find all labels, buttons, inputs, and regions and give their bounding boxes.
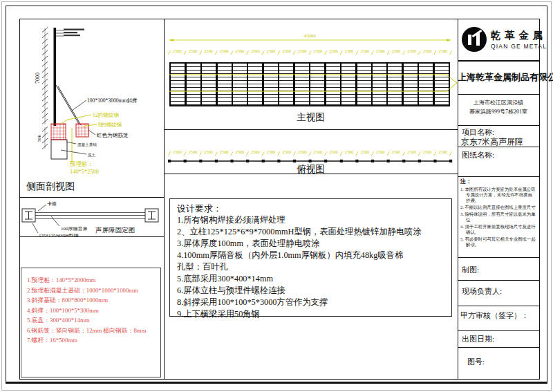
company-name: 上海乾革金属制品有限公司 bbox=[458, 71, 539, 84]
notes-box: 注： 1. 本图所有设计方案皆为乾革金属公司专属设计方案，未经允许不得擅自抄袭。… bbox=[460, 178, 536, 249]
svg-text:2500: 2500 bbox=[439, 149, 447, 154]
tb-line-8 bbox=[458, 306, 539, 306]
design-requirement-item: 8.斜撑采用100*100*5*3000方管作为支撑 bbox=[177, 297, 444, 308]
design-requirement-item: 5.底部采用300*400*14mm bbox=[177, 273, 444, 285]
tb-line-10 bbox=[458, 347, 539, 348]
design-requirements-title: 设计要求： bbox=[177, 203, 444, 214]
svg-text:2500: 2500 bbox=[267, 48, 275, 53]
mainview-divider bbox=[164, 129, 458, 130]
svg-text:2500: 2500 bbox=[329, 149, 337, 154]
maker-label: 制图: bbox=[462, 265, 479, 275]
clamp-label: 卡箍 bbox=[47, 201, 57, 207]
svg-text:2500: 2500 bbox=[392, 48, 400, 53]
svg-text:2500: 2500 bbox=[392, 149, 400, 154]
bay-dims-main: 2500250025002500250025002500250025002500… bbox=[168, 48, 451, 55]
tb-line-7 bbox=[458, 280, 539, 281]
fixing-view-title: 声屏障固定图 bbox=[95, 226, 135, 234]
svg-text:2500: 2500 bbox=[189, 48, 197, 53]
svg-text:2500: 2500 bbox=[236, 48, 244, 53]
pole-top-callouts bbox=[56, 29, 84, 37]
drawing-name-label: 图纸名称: bbox=[462, 150, 494, 160]
svg-text:2500: 2500 bbox=[360, 48, 368, 53]
site-manager-label: 现场负责人: bbox=[462, 286, 502, 297]
note-item: 4. 须于工程开展前复核现场尺寸及进行确认。 bbox=[460, 224, 536, 235]
red-spec-list: 1.预埋桩：140*5*2000mm2.预埋桩混凝土基础：1000*1000*1… bbox=[27, 275, 160, 346]
main-view-dimensions: 45000 2500250025002500250025002500250025… bbox=[165, 28, 458, 61]
svg-text:2500: 2500 bbox=[407, 149, 415, 154]
svg-text:2500: 2500 bbox=[439, 48, 447, 53]
note-item: 3. 除特殊说明，所有尺寸皆以毫米为单位 bbox=[460, 212, 536, 223]
svg-text:2500: 2500 bbox=[360, 149, 368, 154]
panel-label: 100厚隔音屏 bbox=[61, 226, 88, 232]
design-requirements-list: 1.所有钢构焊接必须满焊处理2、立柱125*125*6*9*7000mmH型钢，… bbox=[177, 214, 444, 320]
svg-text:2500: 2500 bbox=[282, 149, 290, 154]
dim-500-hatches bbox=[42, 127, 48, 149]
note-item: 5. 有必要时可与其它相关专业图纸一起解读。 bbox=[460, 236, 536, 248]
rebar12-label: 12的螺纹钢 bbox=[93, 112, 119, 118]
rebar8-label: 8的螺纹钢 bbox=[98, 122, 122, 128]
drawing-number-label: 图号: bbox=[467, 357, 485, 367]
design-requirements-box: 设计要求： 1.所有钢构焊接必须满焊处理2、立柱125*125*6*9*7000… bbox=[169, 198, 452, 317]
svg-text:2500: 2500 bbox=[251, 149, 259, 154]
pile-label-2: 140*5*2500 bbox=[70, 169, 99, 175]
dim-7000-hatches bbox=[42, 28, 48, 125]
svg-text:2500: 2500 bbox=[298, 149, 306, 154]
rebar-cage-left bbox=[51, 124, 66, 140]
svg-text:2500: 2500 bbox=[298, 48, 306, 53]
note-item: 1. 本图所有设计方案皆为乾革金属公司专属设计方案，未经允许不得擅自抄袭。 bbox=[460, 187, 536, 204]
company-address-1: 上海市松江区洞泾镇 bbox=[458, 99, 539, 106]
fixing-band-bottom bbox=[19, 236, 164, 237]
left-column-divider bbox=[164, 19, 165, 379]
svg-text:2500: 2500 bbox=[376, 149, 384, 154]
red-spec-item: 3.斜撑基础：800*800*1000mm bbox=[27, 295, 160, 306]
side-section-view: 7000 500 100*100*3000mm斜撑 12的螺纹钢 bbox=[19, 19, 164, 197]
project-name-value: 京东7米高声屏障 bbox=[461, 136, 523, 148]
tb-line-3 bbox=[458, 125, 539, 126]
dim-7000: 7000 bbox=[35, 73, 41, 84]
issue-date-label: 出图日期: bbox=[462, 334, 494, 344]
design-requirement-item: 4.100mm厚隔音板（内外层1.0mm厚钢板）内填充48kg吸音棉 bbox=[177, 250, 444, 261]
concrete-foundation bbox=[51, 140, 67, 159]
design-requirement-item: 9.上下横梁采用50角钢 bbox=[177, 308, 444, 320]
concrete-label: 混凝土基础 bbox=[77, 142, 97, 147]
svg-text:2500: 2500 bbox=[236, 149, 244, 154]
soil-label: 泥土 bbox=[88, 153, 96, 158]
svg-text:2500: 2500 bbox=[282, 48, 290, 53]
svg-text:2500: 2500 bbox=[251, 48, 259, 53]
side-view-title: 侧面剖视图 bbox=[26, 181, 75, 192]
cable-lines-overlay bbox=[169, 62, 463, 106]
svg-text:2500: 2500 bbox=[220, 48, 228, 53]
tb-line-1 bbox=[458, 60, 539, 62]
svg-text:2500: 2500 bbox=[220, 149, 228, 154]
barrier-fixing-view: 卡箍 100厚隔音屏 125*125*6*9H型钢 声屏障固定图 bbox=[19, 197, 164, 236]
logo-text-cn: 乾 革 金 属 bbox=[491, 29, 543, 42]
notes-title: 注： bbox=[460, 178, 536, 185]
main-view-title: 主视图 bbox=[164, 111, 458, 124]
svg-text:2500: 2500 bbox=[329, 48, 337, 53]
design-requirement-item: 3.屏体厚度100mm，表面处理静电喷涂 bbox=[177, 238, 444, 250]
svg-text:2500: 2500 bbox=[267, 149, 275, 154]
brace-lines bbox=[56, 85, 81, 125]
svg-text:2500: 2500 bbox=[345, 149, 353, 154]
svg-text:2500: 2500 bbox=[423, 48, 431, 53]
red-spec-box: 1.预埋桩：140*5*2000mm2.预埋桩混凝土基础：1000*1000*1… bbox=[21, 268, 161, 377]
tb-line-9 bbox=[458, 330, 539, 331]
top-view-title: 俯视图 bbox=[164, 163, 458, 176]
svg-text:2500: 2500 bbox=[345, 48, 353, 53]
h-column-pole bbox=[54, 28, 57, 126]
svg-text:2500: 2500 bbox=[407, 48, 415, 53]
notes-list: 1. 本图所有设计方案皆为乾革金属公司专属设计方案，未经允许不得擅自抄袭。2. … bbox=[460, 187, 536, 248]
red-spec-item: 7.螺杆：16*500mm bbox=[27, 335, 160, 346]
svg-text:2500: 2500 bbox=[189, 149, 197, 154]
drawing-sheet: 7000 500 100*100*3000mm斜撑 12的螺纹钢 bbox=[0, 0, 553, 392]
pile-label-1: 预埋桩： bbox=[69, 160, 93, 167]
svg-text:2500: 2500 bbox=[204, 149, 212, 154]
red-spec-item: 2.预埋桩混凝土基础：1000*1000*1000mm bbox=[27, 286, 160, 296]
owner-review-label: 甲方审核（签字）： bbox=[460, 310, 529, 321]
brace-label: 100*100*3000mm斜撑 bbox=[87, 97, 138, 104]
design-requirement-item: 2、立柱125*125*6*9*7000mmH型钢，表面处理热镀锌加静电喷涂 bbox=[177, 226, 444, 238]
svg-text:2500: 2500 bbox=[173, 48, 181, 53]
total-dim-45000: 45000 bbox=[303, 33, 316, 39]
red-spec-item: 6.钢筋笼：竖向钢筋：12mm 横向钢筋：8mm bbox=[27, 326, 160, 336]
bay-dims-top: 2500250025002500250025002500250025002500… bbox=[168, 149, 451, 156]
